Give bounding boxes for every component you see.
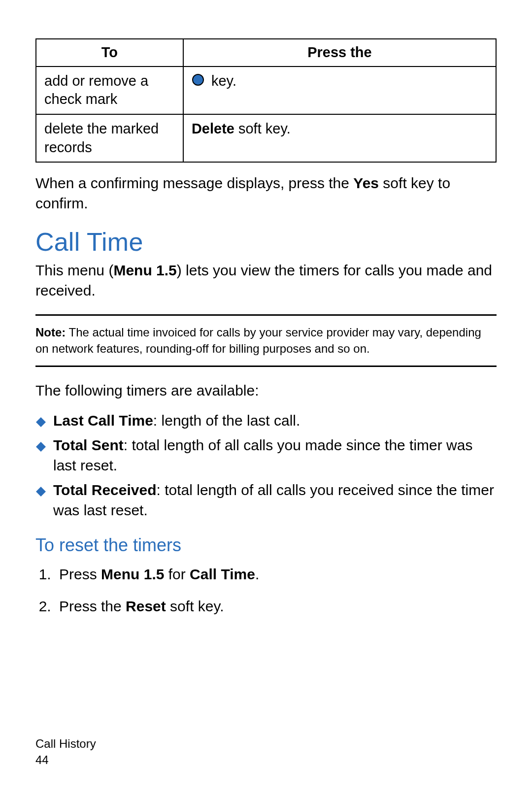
cell-press: key. bbox=[183, 66, 496, 114]
text-run: This menu ( bbox=[35, 262, 113, 278]
svg-point-0 bbox=[193, 74, 203, 85]
text-run: soft key. bbox=[166, 598, 224, 614]
step-item: Press the Reset soft key. bbox=[55, 597, 497, 617]
yes-label: Yes bbox=[353, 175, 379, 191]
list-item: Total Sent: total length of all calls yo… bbox=[35, 435, 497, 475]
list-item: Total Received: total length of all call… bbox=[35, 480, 497, 520]
chapter-name: Call History bbox=[35, 735, 96, 752]
page-footer: Call History 44 bbox=[35, 735, 96, 768]
timers-intro: The following timers are available: bbox=[35, 381, 497, 401]
text-run: When a confirming message displays, pres… bbox=[35, 175, 353, 191]
note-text: The actual time invoiced for calls by yo… bbox=[35, 326, 481, 355]
page-number: 44 bbox=[35, 752, 96, 768]
cell-press-text: key. bbox=[207, 73, 236, 89]
svg-marker-1 bbox=[36, 417, 46, 427]
text-run: Press the bbox=[59, 598, 126, 614]
svg-marker-2 bbox=[36, 442, 46, 452]
list-item: Last Call Time: length of the last call. bbox=[35, 411, 497, 431]
svg-marker-3 bbox=[36, 487, 46, 497]
timer-name: Last Call Time bbox=[53, 412, 153, 429]
col-header-press: Press the bbox=[183, 39, 496, 66]
table-row: add or remove a check mark key. bbox=[36, 66, 496, 114]
action-table: To Press the add or remove a check mark … bbox=[35, 38, 497, 163]
confirm-paragraph: When a confirming message displays, pres… bbox=[35, 173, 497, 213]
diamond-bullet-icon bbox=[35, 482, 46, 493]
center-key-icon bbox=[192, 72, 204, 91]
text-run: . bbox=[255, 566, 259, 582]
intro-paragraph: This menu (Menu 1.5) lets you view the t… bbox=[35, 261, 497, 300]
cell-press: Delete soft key. bbox=[183, 114, 496, 162]
note-label: Note: bbox=[35, 326, 66, 339]
col-header-to: To bbox=[36, 39, 183, 66]
diamond-bullet-icon bbox=[35, 437, 46, 448]
timer-name: Total Received bbox=[53, 482, 157, 498]
table-row: delete the marked records Delete soft ke… bbox=[36, 114, 496, 162]
bold-run: Menu 1.5 bbox=[101, 566, 164, 582]
section-title: Call Time bbox=[35, 227, 497, 257]
text-run: for bbox=[164, 566, 190, 582]
step-item: Press Menu 1.5 for Call Time. bbox=[55, 565, 497, 585]
table-header-row: To Press the bbox=[36, 39, 496, 66]
cell-to: delete the marked records bbox=[36, 114, 183, 162]
bold-run: Reset bbox=[126, 598, 166, 614]
timers-list: Last Call Time: length of the last call.… bbox=[35, 411, 497, 521]
timer-name: Total Sent bbox=[53, 437, 124, 453]
delete-label: Delete bbox=[192, 121, 234, 136]
menu-number: Menu 1.5 bbox=[113, 262, 176, 278]
cell-to: add or remove a check mark bbox=[36, 66, 183, 114]
steps-list: Press Menu 1.5 for Call Time. Press the … bbox=[35, 565, 497, 616]
diamond-bullet-icon bbox=[35, 413, 46, 424]
note-block: Note: The actual time invoiced for calls… bbox=[35, 314, 497, 367]
document-page: To Press the add or remove a check mark … bbox=[0, 0, 532, 798]
bold-run: Call Time bbox=[190, 566, 255, 582]
timer-desc: : length of the last call. bbox=[153, 412, 300, 429]
text-run: Press bbox=[59, 566, 101, 582]
sub-title: To reset the timers bbox=[35, 535, 497, 556]
cell-press-text: soft key. bbox=[234, 121, 291, 136]
